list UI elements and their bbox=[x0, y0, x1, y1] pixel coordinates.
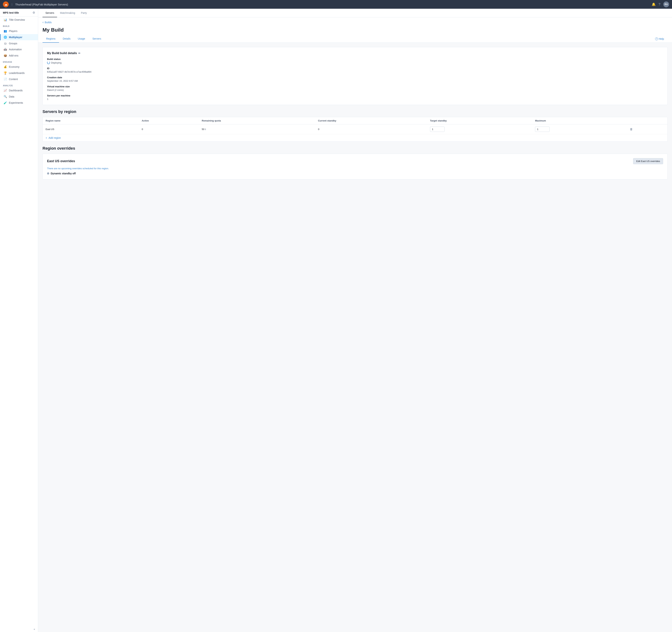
tab-matchmaking[interactable]: Matchmaking bbox=[57, 9, 78, 17]
sidebar-item-data[interactable]: 🔍 Data bbox=[0, 94, 38, 100]
sidebar-item-leaderboards[interactable]: 🏆 Leaderboards bbox=[0, 70, 38, 76]
col-current-standby: Current standby bbox=[315, 117, 427, 124]
maximum-input[interactable] bbox=[535, 127, 550, 132]
data-icon: 🔍 bbox=[3, 95, 7, 98]
sub-tab-regions[interactable]: Regions bbox=[43, 35, 59, 43]
region-overrides-section: East US overrides Edit East US overrides… bbox=[43, 154, 668, 179]
edit-build-details-icon[interactable]: ✏ bbox=[78, 52, 80, 55]
sidebar-item-addons[interactable]: 📦 Add-ons bbox=[0, 52, 38, 59]
economy-icon: 💰 bbox=[3, 65, 7, 69]
vm-size-label: Virtual machine size bbox=[47, 85, 663, 88]
sidebar-item-label: Experiments bbox=[9, 101, 23, 104]
servers-per-machine-value: 1 bbox=[47, 98, 663, 100]
sidebar: MPS test title ⚙ 📊 Title Overview BUILD … bbox=[0, 9, 38, 632]
multiplayer-icon: 🌐 bbox=[3, 35, 7, 39]
app-title: Thunderhead (PlayFab Multiplayer Servers… bbox=[15, 3, 649, 6]
id-label: ID bbox=[47, 67, 663, 70]
region-overrides-title: Region overrides bbox=[43, 146, 668, 151]
collapse-icon: « bbox=[33, 628, 35, 631]
sidebar-item-content[interactable]: 📄 Content bbox=[0, 76, 38, 82]
nav-divider: | bbox=[11, 3, 13, 6]
sidebar-item-label: Leaderboards bbox=[9, 72, 25, 74]
cell-current-standby: 0 bbox=[315, 124, 427, 134]
breadcrumb-label: Builds bbox=[45, 21, 52, 24]
sidebar-engage-section: ENGAGE bbox=[0, 59, 38, 64]
help-button[interactable]: ? Help bbox=[651, 35, 668, 43]
main-content: Servers Matchmaking Party ‹ Builds My Bu… bbox=[38, 9, 672, 632]
build-status-label: Build status bbox=[47, 58, 663, 60]
sidebar-item-label: Content bbox=[9, 78, 18, 81]
add-region-plus-icon: + bbox=[46, 137, 47, 139]
top-tab-bar: Servers Matchmaking Party bbox=[38, 9, 672, 18]
sidebar-item-economy[interactable]: 💰 Economy bbox=[0, 64, 38, 70]
sub-tab-usage[interactable]: Usage bbox=[74, 35, 89, 43]
breadcrumb[interactable]: ‹ Builds bbox=[38, 18, 672, 26]
avatar[interactable]: RA bbox=[663, 1, 669, 7]
build-status-value: Deploying bbox=[47, 61, 663, 64]
creation-date-label: Creation date bbox=[47, 76, 663, 79]
servers-by-region-table-container: Region name Active Remaining quota Curre… bbox=[43, 117, 668, 142]
sidebar-item-experiments[interactable]: 🧪 Experiments bbox=[0, 100, 38, 106]
edit-east-us-overrides-button[interactable]: Edit East US overrides bbox=[633, 158, 663, 164]
delete-row-icon[interactable]: 🗑 bbox=[630, 128, 633, 131]
col-region-name: Region name bbox=[43, 117, 139, 124]
sidebar-item-label: Add-ons bbox=[9, 54, 18, 57]
sidebar-analyze-section: ANALYZE bbox=[0, 82, 38, 87]
sidebar-item-label: Data bbox=[9, 95, 14, 98]
sidebar-item-label: Economy bbox=[9, 65, 20, 68]
app-logo: ☁ bbox=[3, 1, 9, 7]
sidebar-item-label: Groups bbox=[9, 42, 17, 45]
top-nav: ☁ | Thunderhead (PlayFab Multiplayer Ser… bbox=[0, 0, 672, 9]
creation-date-group: Creation date September 15, 2022 8:57 AM bbox=[47, 76, 663, 82]
sidebar-gear-icon[interactable]: ⚙ bbox=[32, 11, 35, 14]
tab-servers[interactable]: Servers bbox=[43, 9, 57, 17]
standby-dot-icon bbox=[47, 172, 49, 174]
sidebar-item-automation[interactable]: 🤖 Automation bbox=[0, 46, 38, 52]
table-header: Region name Active Remaining quota Curre… bbox=[43, 117, 668, 124]
cell-remaining-quota: 50 ℹ bbox=[199, 124, 315, 134]
sub-tab-details[interactable]: Details bbox=[59, 35, 74, 43]
content-area: ‹ Builds My Build Regions Details Usage bbox=[38, 18, 672, 632]
col-actions bbox=[627, 117, 668, 124]
table-row: East US 0 50 ℹ 0 bbox=[43, 124, 668, 134]
sidebar-item-label: Multiplayer bbox=[9, 36, 22, 39]
sidebar-build-section: BUILD bbox=[0, 23, 38, 28]
servers-by-region-title: Servers by region bbox=[43, 109, 668, 114]
sidebar-item-label: Title Overview bbox=[9, 18, 25, 21]
add-region-label: Add region bbox=[48, 137, 61, 139]
remaining-quota-info-icon[interactable]: ℹ bbox=[205, 128, 206, 130]
players-icon: 👥 bbox=[3, 29, 7, 33]
leaderboards-icon: 🏆 bbox=[3, 71, 7, 75]
breadcrumb-arrow: ‹ bbox=[43, 20, 44, 24]
creation-date-value: September 15, 2022 8:57 AM bbox=[47, 79, 663, 82]
sidebar-item-groups[interactable]: 🗂 Groups bbox=[0, 40, 38, 46]
servers-by-region-table: Region name Active Remaining quota Curre… bbox=[43, 117, 668, 134]
sidebar-item-multiplayer[interactable]: 🌐 Multiplayer bbox=[0, 34, 38, 40]
build-details-card: My Build build details ✏ Build status De… bbox=[43, 47, 668, 105]
top-nav-icons: 🔔 ? RA bbox=[652, 1, 669, 7]
page-title: My Build bbox=[43, 27, 668, 35]
servers-per-machine-group: Servers per machine 1 bbox=[47, 94, 663, 100]
cell-delete: 🗑 bbox=[627, 124, 668, 134]
dynamic-standby-label: Dynamic standby off bbox=[51, 172, 76, 175]
notification-icon[interactable]: 🔔 bbox=[652, 2, 656, 6]
sidebar-collapse-button[interactable]: « bbox=[0, 626, 38, 632]
build-status-group: Build status Deploying bbox=[47, 58, 663, 64]
sidebar-item-label: Automation bbox=[9, 48, 22, 51]
sub-tab-servers[interactable]: Servers bbox=[89, 35, 105, 43]
sidebar-item-players[interactable]: 👥 Players bbox=[0, 28, 38, 34]
sidebar-item-dashboards[interactable]: 📈 Dashboards bbox=[0, 87, 38, 94]
add-region-button[interactable]: + Add region bbox=[43, 134, 668, 142]
sidebar-header: MPS test title ⚙ bbox=[0, 9, 38, 17]
help-icon[interactable]: ? bbox=[658, 3, 661, 6]
build-details-title: My Build build details ✏ bbox=[47, 52, 663, 55]
col-maximum: Maximum bbox=[532, 117, 627, 124]
cell-active: 0 bbox=[139, 124, 199, 134]
vm-size-group: Virtual machine size Dasv4 (2 cores) bbox=[47, 85, 663, 91]
cell-maximum bbox=[532, 124, 627, 134]
content-icon: 📄 bbox=[3, 77, 7, 81]
target-standby-input[interactable] bbox=[430, 127, 445, 132]
tab-party[interactable]: Party bbox=[78, 9, 90, 17]
dynamic-standby-status: Dynamic standby off bbox=[47, 172, 663, 175]
sidebar-item-title-overview[interactable]: 📊 Title Overview bbox=[0, 17, 38, 23]
